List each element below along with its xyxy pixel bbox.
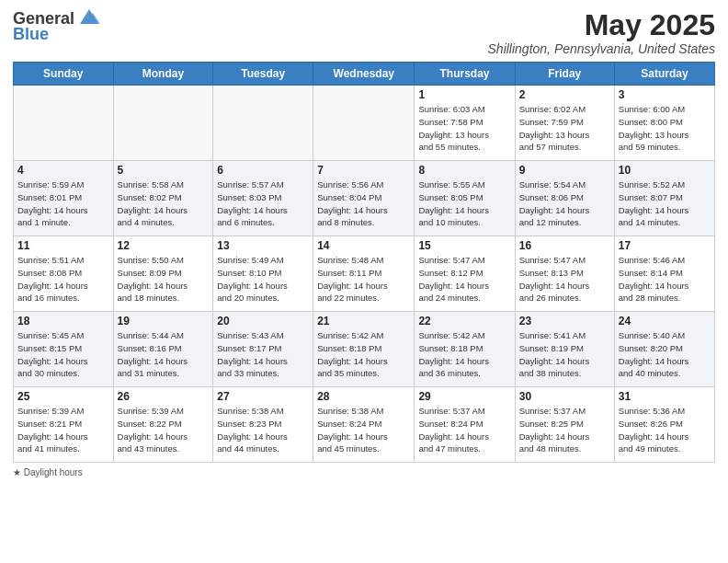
day-number: 24 [619,315,711,327]
calendar-week-row: 4Sunrise: 5:59 AM Sunset: 8:01 PM Daylig… [14,161,715,236]
weekday-header: Saturday [614,63,714,86]
day-info: Sunrise: 5:47 AM Sunset: 8:13 PM Dayligh… [519,254,610,304]
day-info: Sunrise: 5:47 AM Sunset: 8:12 PM Dayligh… [418,254,510,304]
day-info: Sunrise: 5:39 AM Sunset: 8:22 PM Dayligh… [118,405,210,455]
calendar-cell: 6Sunrise: 5:57 AM Sunset: 8:03 PM Daylig… [213,161,313,236]
page-header: General Blue May 2025 Shillington, Penns… [13,9,715,56]
calendar-cell: 23Sunrise: 5:41 AM Sunset: 8:19 PM Dayli… [515,312,614,387]
day-number: 28 [317,390,410,403]
calendar-cell: 22Sunrise: 5:42 AM Sunset: 8:18 PM Dayli… [415,312,515,387]
day-number: 22 [418,315,510,327]
calendar-cell: 4Sunrise: 5:59 AM Sunset: 8:01 PM Daylig… [14,161,114,236]
day-info: Sunrise: 5:37 AM Sunset: 8:24 PM Dayligh… [418,405,510,455]
calendar-cell: 25Sunrise: 5:39 AM Sunset: 8:21 PM Dayli… [14,387,114,463]
calendar-cell: 20Sunrise: 5:43 AM Sunset: 8:17 PM Dayli… [213,312,313,387]
day-info: Sunrise: 5:52 AM Sunset: 8:07 PM Dayligh… [619,178,711,229]
calendar-cell: 2Sunrise: 6:02 AM Sunset: 7:59 PM Daylig… [515,86,614,161]
calendar-table: SundayMondayTuesdayWednesdayThursdayFrid… [13,62,715,463]
day-info: Sunrise: 5:41 AM Sunset: 8:19 PM Dayligh… [519,329,610,380]
weekday-header: Sunday [14,63,114,86]
day-number: 2 [519,88,610,101]
logo-icon [76,4,102,29]
day-info: Sunrise: 5:42 AM Sunset: 8:18 PM Dayligh… [418,329,510,380]
calendar-cell: 13Sunrise: 5:49 AM Sunset: 8:10 PM Dayli… [213,236,313,312]
calendar-cell: 21Sunrise: 5:42 AM Sunset: 8:18 PM Dayli… [313,312,415,387]
calendar-week-row: 18Sunrise: 5:45 AM Sunset: 8:15 PM Dayli… [14,312,715,387]
weekday-header: Monday [113,63,213,86]
calendar-header-row: SundayMondayTuesdayWednesdayThursdayFrid… [14,63,715,86]
day-info: Sunrise: 5:44 AM Sunset: 8:16 PM Dayligh… [118,329,210,380]
day-number: 11 [17,239,109,252]
day-info: Sunrise: 5:55 AM Sunset: 8:05 PM Dayligh… [418,178,510,229]
day-number: 21 [317,315,410,327]
calendar-cell: 11Sunrise: 5:51 AM Sunset: 8:08 PM Dayli… [14,236,114,312]
day-number: 19 [118,315,210,327]
calendar-cell: 5Sunrise: 5:58 AM Sunset: 8:02 PM Daylig… [113,161,213,236]
calendar-week-row: 1Sunrise: 6:03 AM Sunset: 7:58 PM Daylig… [14,86,715,161]
day-number: 12 [118,239,210,252]
weekday-header: Wednesday [313,63,415,86]
day-number: 16 [519,239,610,252]
day-number: 15 [418,239,510,252]
calendar-cell: 3Sunrise: 6:00 AM Sunset: 8:00 PM Daylig… [614,86,714,161]
day-number: 3 [619,88,711,101]
day-number: 29 [418,390,510,403]
calendar-cell [213,86,313,161]
day-number: 8 [418,164,510,177]
calendar-cell: 16Sunrise: 5:47 AM Sunset: 8:13 PM Dayli… [515,236,614,312]
day-number: 9 [519,164,610,177]
day-number: 6 [217,164,309,177]
day-info: Sunrise: 6:03 AM Sunset: 7:58 PM Dayligh… [418,103,510,154]
month-title: May 2025 [488,9,715,41]
day-info: Sunrise: 5:46 AM Sunset: 8:14 PM Dayligh… [619,254,711,304]
calendar-cell: 8Sunrise: 5:55 AM Sunset: 8:05 PM Daylig… [415,161,515,236]
day-number: 20 [217,315,309,327]
calendar-cell: 9Sunrise: 5:54 AM Sunset: 8:06 PM Daylig… [515,161,614,236]
day-info: Sunrise: 5:58 AM Sunset: 8:02 PM Dayligh… [118,178,210,229]
logo-text-blue: Blue [13,25,49,43]
legend: ★ Daylight hours [13,467,715,477]
calendar-cell [14,86,114,161]
calendar-cell: 24Sunrise: 5:40 AM Sunset: 8:20 PM Dayli… [614,312,714,387]
calendar-cell: 28Sunrise: 5:38 AM Sunset: 8:24 PM Dayli… [313,387,415,463]
day-info: Sunrise: 5:42 AM Sunset: 8:18 PM Dayligh… [317,329,410,380]
day-number: 14 [317,239,410,252]
day-number: 4 [17,164,109,177]
calendar-cell: 15Sunrise: 5:47 AM Sunset: 8:12 PM Dayli… [415,236,515,312]
logo: General Blue [13,9,102,44]
calendar-cell: 26Sunrise: 5:39 AM Sunset: 8:22 PM Dayli… [113,387,213,463]
calendar-cell [313,86,415,161]
day-number: 10 [619,164,711,177]
calendar-cell: 1Sunrise: 6:03 AM Sunset: 7:58 PM Daylig… [415,86,515,161]
day-info: Sunrise: 5:39 AM Sunset: 8:21 PM Dayligh… [17,405,109,455]
day-info: Sunrise: 5:56 AM Sunset: 8:04 PM Dayligh… [317,178,410,229]
location: Shillington, Pennsylvania, United States [488,41,715,56]
day-number: 27 [217,390,309,403]
day-info: Sunrise: 5:51 AM Sunset: 8:08 PM Dayligh… [17,254,109,304]
day-info: Sunrise: 5:57 AM Sunset: 8:03 PM Dayligh… [217,178,309,229]
day-number: 7 [317,164,410,177]
calendar-cell: 10Sunrise: 5:52 AM Sunset: 8:07 PM Dayli… [614,161,714,236]
calendar-week-row: 11Sunrise: 5:51 AM Sunset: 8:08 PM Dayli… [14,236,715,312]
day-info: Sunrise: 5:59 AM Sunset: 8:01 PM Dayligh… [17,178,109,229]
calendar-cell: 29Sunrise: 5:37 AM Sunset: 8:24 PM Dayli… [415,387,515,463]
calendar-cell: 19Sunrise: 5:44 AM Sunset: 8:16 PM Dayli… [113,312,213,387]
day-number: 31 [619,390,711,403]
day-info: Sunrise: 5:36 AM Sunset: 8:26 PM Dayligh… [619,405,711,455]
day-number: 13 [217,239,309,252]
day-info: Sunrise: 5:50 AM Sunset: 8:09 PM Dayligh… [118,254,210,304]
day-info: Sunrise: 5:38 AM Sunset: 8:23 PM Dayligh… [217,405,309,455]
day-number: 23 [519,315,610,327]
day-number: 18 [17,315,109,327]
calendar-cell: 7Sunrise: 5:56 AM Sunset: 8:04 PM Daylig… [313,161,415,236]
day-number: 30 [519,390,610,403]
day-number: 17 [619,239,711,252]
day-number: 5 [118,164,210,177]
calendar-week-row: 25Sunrise: 5:39 AM Sunset: 8:21 PM Dayli… [14,387,715,463]
day-info: Sunrise: 5:54 AM Sunset: 8:06 PM Dayligh… [519,178,610,229]
calendar-cell [113,86,213,161]
weekday-header: Thursday [415,63,515,86]
day-info: Sunrise: 6:02 AM Sunset: 7:59 PM Dayligh… [519,103,610,154]
weekday-header: Tuesday [213,63,313,86]
calendar-cell: 17Sunrise: 5:46 AM Sunset: 8:14 PM Dayli… [614,236,714,312]
